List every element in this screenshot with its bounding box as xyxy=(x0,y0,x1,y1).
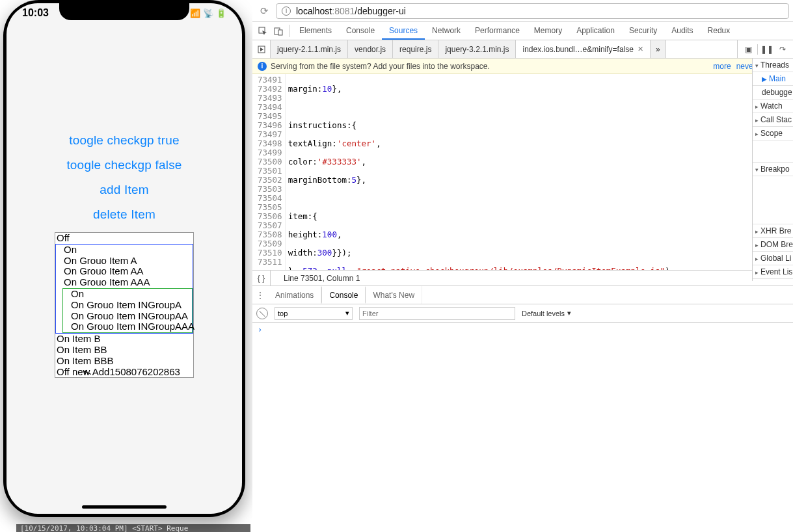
show-navigator-icon[interactable]: ▣ xyxy=(742,45,755,54)
list-item[interactable]: Off xyxy=(55,233,193,244)
source-tab-label: jquery-2.1.1.min.js xyxy=(277,45,341,54)
line-number[interactable]: 73497 xyxy=(258,130,282,139)
console-body[interactable]: › xyxy=(252,323,793,337)
thread-main[interactable]: ▶Main xyxy=(753,72,793,86)
line-number[interactable]: 73508 xyxy=(258,230,282,239)
list-item[interactable]: On Grouo Item INGroupA xyxy=(70,300,192,311)
pane-scope[interactable]: Scope xyxy=(753,127,793,140)
line-number[interactable]: 73493 xyxy=(258,94,282,103)
more-tabs-icon[interactable]: » xyxy=(651,40,666,58)
line-number[interactable]: 73492 xyxy=(258,85,282,94)
pane-threads[interactable]: Threads xyxy=(753,59,793,72)
list-item[interactable]: On xyxy=(62,245,193,256)
tab-audits[interactable]: Audits xyxy=(664,22,700,40)
log-levels-select[interactable]: Default levels ▾ xyxy=(522,309,571,317)
debugger-sidebar: Threads ▶Main debugge Watch Call Stac Sc… xyxy=(752,59,793,281)
line-number[interactable]: 73496 xyxy=(258,121,282,130)
add-item-link[interactable]: add Item xyxy=(100,183,149,197)
pause-icon[interactable]: ❚❚ xyxy=(760,45,773,54)
reload-icon[interactable]: ⟳ xyxy=(256,4,272,18)
source-tab[interactable]: require.js xyxy=(393,40,438,58)
toggle-false-link[interactable]: toogle checkgp false xyxy=(66,158,181,172)
line-number[interactable]: 73505 xyxy=(258,203,282,212)
list-item[interactable]: On Item BB xyxy=(55,345,193,356)
url-path: /debugger-ui xyxy=(355,6,406,16)
line-number[interactable]: 73511 xyxy=(258,258,282,267)
code-body[interactable]: margin:10}, instructions:{ textAlign:'ce… xyxy=(286,74,793,270)
line-number[interactable]: 73510 xyxy=(258,248,282,258)
drawer-tab-animations[interactable]: Animations xyxy=(268,286,321,304)
list-item[interactable]: On Grouo Item INGroupAAA xyxy=(70,321,192,332)
clear-console-icon[interactable] xyxy=(256,308,268,319)
source-tab[interactable]: jquery-2.1.1.min.js xyxy=(271,40,348,58)
line-number[interactable]: 73502 xyxy=(258,176,282,185)
code-editor[interactable]: 7349173492734937349473495734967349773498… xyxy=(252,74,793,271)
close-icon[interactable]: ✕ xyxy=(638,45,643,53)
list-item[interactable]: On Grouo Item AAA xyxy=(62,277,193,288)
list-item[interactable]: On Item BBB xyxy=(55,356,193,367)
context-select[interactable]: top ▾ xyxy=(275,307,353,320)
delete-item-link[interactable]: delete Item xyxy=(93,207,155,222)
line-number[interactable]: 73503 xyxy=(258,185,282,194)
checkbox-group-list[interactable]: Off On On Grouo Item A On Grouo Item AA … xyxy=(55,232,194,378)
toggle-true-link[interactable]: toogle checkgp true xyxy=(69,133,180,148)
group-level-2: On On Grouo Item INGroupA On Grouo Item … xyxy=(62,288,193,333)
tab-security[interactable]: Security xyxy=(622,22,664,40)
drawer-tab-whatsnew[interactable]: What's New xyxy=(366,286,422,304)
pane-watch[interactable]: Watch xyxy=(753,100,793,113)
tab-sources[interactable]: Sources xyxy=(382,22,425,40)
tab-memory[interactable]: Memory xyxy=(527,22,569,40)
pane-dom-breakpoints[interactable]: DOM Bre xyxy=(753,238,793,252)
inspect-icon[interactable] xyxy=(255,22,271,40)
device-toggle-icon[interactable] xyxy=(271,22,286,40)
list-item[interactable]: On Grouo Item AA xyxy=(62,266,193,277)
line-number[interactable]: 73504 xyxy=(258,194,282,203)
chevron-down-icon: ▾ xyxy=(567,309,571,317)
pretty-print-icon[interactable]: { } xyxy=(252,271,271,286)
console-prompt-icon: › xyxy=(258,325,262,334)
list-item[interactable]: Off new Add1508076202863 xyxy=(55,367,193,378)
line-number[interactable]: 73498 xyxy=(258,139,282,148)
drawer-tab-console[interactable]: Console xyxy=(321,286,366,304)
tab-application[interactable]: Application xyxy=(569,22,622,40)
source-tab-label: index.ios.bundl…e&minify=false xyxy=(522,45,633,54)
line-number[interactable]: 73491 xyxy=(258,75,282,85)
pane-xhr-breakpoints[interactable]: XHR Bre xyxy=(753,224,793,238)
site-info-icon[interactable]: i xyxy=(282,7,291,16)
tab-performance[interactable]: Performance xyxy=(468,22,527,40)
line-number[interactable]: 73495 xyxy=(258,112,282,121)
tab-console[interactable]: Console xyxy=(339,22,382,40)
step-over-icon[interactable]: ↷ xyxy=(776,45,789,54)
tab-elements[interactable]: Elements xyxy=(292,22,339,40)
source-file-tabs: jquery-2.1.1.min.js vendor.js require.js… xyxy=(252,40,793,59)
source-tab[interactable]: vendor.js xyxy=(348,40,393,58)
pane-event-listeners[interactable]: Event Lis xyxy=(753,265,793,279)
console-toolbar: top ▾ Default levels ▾ xyxy=(252,304,793,323)
line-number[interactable]: 73507 xyxy=(258,221,282,230)
source-tab[interactable]: jquery-3.2.1.min.js xyxy=(438,40,516,58)
line-number[interactable]: 73501 xyxy=(258,166,282,176)
drawer-menu-icon[interactable]: ⋮ xyxy=(252,286,268,304)
line-number[interactable]: 73499 xyxy=(258,148,282,157)
home-indicator[interactable] xyxy=(82,505,167,509)
pane-call-stack[interactable]: Call Stac xyxy=(753,113,793,127)
pane-global-listeners[interactable]: Global Li xyxy=(753,252,793,265)
line-number[interactable]: 73500 xyxy=(258,157,282,166)
line-number[interactable]: 73509 xyxy=(258,239,282,248)
list-item[interactable]: On Grouo Item INGroupAA xyxy=(70,311,192,322)
source-tab-active[interactable]: index.ios.bundl…e&minify=false ✕ xyxy=(516,40,650,58)
tab-redux[interactable]: Redux xyxy=(701,22,738,40)
list-item[interactable]: On xyxy=(70,289,192,300)
banner-more-link[interactable]: more xyxy=(713,62,731,71)
console-filter-input[interactable] xyxy=(359,307,515,320)
list-item[interactable]: On Grouo Item A xyxy=(62,256,193,267)
tab-network[interactable]: Network xyxy=(425,22,468,40)
list-item[interactable]: On Item B xyxy=(55,334,193,345)
sources-navigator-icon[interactable] xyxy=(252,40,271,58)
line-number[interactable]: 73494 xyxy=(258,103,282,112)
address-bar[interactable]: i localhost :8081 /debugger-ui xyxy=(276,3,789,19)
pane-breakpoints[interactable]: Breakpo xyxy=(753,163,793,176)
thread-debugger[interactable]: debugge xyxy=(753,86,793,100)
drawer-tabs: ⋮ Animations Console What's New xyxy=(252,286,793,304)
line-number[interactable]: 73506 xyxy=(258,212,282,221)
